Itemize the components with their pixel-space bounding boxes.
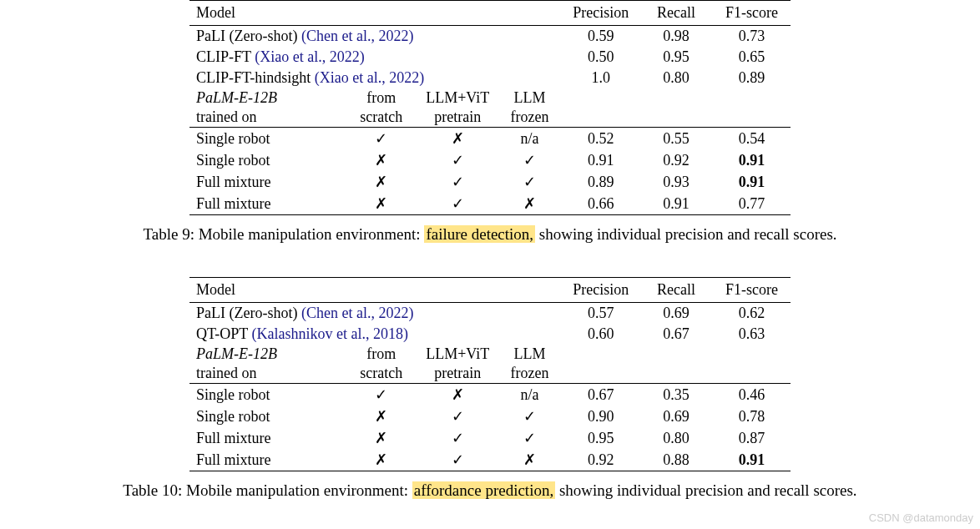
- cell-f1: 0.77: [713, 193, 791, 215]
- subcol-from: from: [345, 345, 418, 364]
- cell-precision: 0.50: [562, 47, 639, 68]
- cross-icon: ✗: [345, 193, 418, 215]
- subcol-llm: LLM: [498, 345, 562, 364]
- cell-f1: 0.91: [713, 171, 791, 193]
- citation-link[interactable]: (Xiao et al., 2022): [315, 69, 424, 86]
- cell-precision: 0.57: [562, 303, 639, 325]
- caption-suffix: showing individual precision and recall …: [535, 225, 836, 243]
- cell-f1: 0.46: [713, 384, 791, 406]
- baseline-name: CLIP-FT-hindsight: [196, 69, 315, 86]
- cell-precision: 0.91: [562, 149, 639, 171]
- subcol-llm: LLM: [498, 88, 562, 108]
- table-row: PaLI (Zero-shot) (Chen et al., 2022) 0.5…: [189, 26, 791, 48]
- cell-recall: 0.35: [639, 384, 713, 406]
- subcol-pretrain: pretrain: [418, 108, 498, 128]
- table-row: Single robot ✗ ✓ ✓ 0.90 0.69 0.78: [189, 406, 791, 427]
- row-label: Single robot: [189, 128, 345, 150]
- model-variant-name: PaLM-E-12B: [189, 345, 345, 364]
- cell-f1: 0.89: [713, 68, 791, 88]
- cell-f1: 0.91: [713, 449, 791, 471]
- trained-on-label: trained on: [189, 364, 345, 384]
- table-row: Full mixture ✗ ✓ ✓ 0.95 0.80 0.87: [189, 427, 791, 449]
- caption-highlight: failure detection,: [424, 225, 535, 243]
- table-row: Single robot ✓ ✗ n/a 0.67 0.35 0.46: [189, 384, 791, 406]
- citation-link[interactable]: (Kalashnikov et al., 2018): [252, 325, 408, 342]
- header-model: Model: [189, 1, 345, 26]
- table-row: CLIP-FT (Xiao et al., 2022) 0.50 0.95 0.…: [189, 47, 791, 68]
- row-label: Single robot: [189, 406, 345, 427]
- check-icon: ✓: [418, 149, 498, 171]
- cell-na: n/a: [498, 128, 562, 150]
- row-label: Full mixture: [189, 171, 345, 193]
- table-header-row: Model Precision Recall F1-score: [189, 1, 791, 26]
- cell-recall: 0.55: [639, 128, 713, 150]
- baseline-name: CLIP-FT: [196, 48, 255, 65]
- table-row: PaLI (Zero-shot) (Chen et al., 2022) 0.5…: [189, 303, 791, 325]
- cell-recall: 0.80: [639, 68, 713, 88]
- subcol-scratch: scratch: [345, 364, 418, 384]
- baseline-name: QT-OPT: [196, 325, 252, 342]
- caption-suffix: showing individual precision and recall …: [555, 481, 856, 499]
- citation-link[interactable]: (Chen et al., 2022): [301, 305, 413, 321]
- cell-recall: 0.93: [639, 171, 713, 193]
- baseline-name: PaLI (Zero-shot): [196, 28, 301, 44]
- cross-icon: ✗: [498, 193, 562, 215]
- cross-icon: ✗: [498, 449, 562, 471]
- table10-block: Model Precision Recall F1-score PaLI (Ze…: [123, 277, 856, 500]
- row-label: Full mixture: [189, 427, 345, 449]
- cell-recall: 0.98: [639, 26, 713, 48]
- row-label: Single robot: [189, 149, 345, 171]
- cell-recall: 0.91: [639, 193, 713, 215]
- cross-icon: ✗: [345, 449, 418, 471]
- cell-precision: 0.92: [562, 449, 639, 471]
- citation-link[interactable]: (Xiao et al., 2022): [255, 48, 364, 65]
- cell-na: n/a: [498, 384, 562, 406]
- cell-precision: 1.0: [562, 68, 639, 88]
- watermark: CSDN @datamonday: [869, 511, 973, 524]
- cell-recall: 0.80: [639, 427, 713, 449]
- cell-f1: 0.78: [713, 406, 791, 427]
- cell-precision: 0.66: [562, 193, 639, 215]
- row-label: Full mixture: [189, 193, 345, 215]
- table-row: Full mixture ✗ ✓ ✗ 0.92 0.88 0.91: [189, 449, 791, 471]
- header-f1: F1-score: [713, 1, 791, 26]
- cross-icon: ✗: [345, 427, 418, 449]
- table9: Model Precision Recall F1-score PaLI (Ze…: [189, 0, 791, 215]
- cell-f1: 0.73: [713, 26, 791, 48]
- row-label: Full mixture: [189, 449, 345, 471]
- check-icon: ✓: [498, 171, 562, 193]
- check-icon: ✓: [345, 128, 418, 150]
- cross-icon: ✗: [418, 128, 498, 150]
- table-row: Full mixture ✗ ✓ ✓ 0.89 0.93 0.91: [189, 171, 791, 193]
- cell-recall: 0.88: [639, 449, 713, 471]
- cell-f1: 0.62: [713, 303, 791, 325]
- cell-precision: 0.59: [562, 26, 639, 48]
- cell-precision: 0.89: [562, 171, 639, 193]
- header-recall: Recall: [639, 278, 713, 303]
- check-icon: ✓: [418, 171, 498, 193]
- cell-recall: 0.69: [639, 406, 713, 427]
- cell-precision: 0.90: [562, 406, 639, 427]
- subcol-frozen: frozen: [498, 108, 562, 128]
- header-f1: F1-score: [713, 278, 791, 303]
- table-row: Full mixture ✗ ✓ ✗ 0.66 0.91 0.77: [189, 193, 791, 215]
- cross-icon: ✗: [345, 406, 418, 427]
- check-icon: ✓: [498, 149, 562, 171]
- check-icon: ✓: [418, 427, 498, 449]
- header-model: Model: [189, 278, 345, 303]
- subcol-llmvit: LLM+ViT: [418, 88, 498, 108]
- subcol-from: from: [345, 88, 418, 108]
- baseline-name: PaLI (Zero-shot): [196, 305, 301, 321]
- cell-precision: 0.60: [562, 324, 639, 345]
- subheader-row: trained on scratch pretrain frozen: [189, 108, 791, 128]
- citation-link[interactable]: (Chen et al., 2022): [301, 28, 413, 44]
- row-label: Single robot: [189, 384, 345, 406]
- subcol-pretrain: pretrain: [418, 364, 498, 384]
- check-icon: ✓: [418, 193, 498, 215]
- cell-f1: 0.63: [713, 324, 791, 345]
- cell-f1: 0.65: [713, 47, 791, 68]
- subheader-row: PaLM-E-12B from LLM+ViT LLM: [189, 88, 791, 108]
- header-precision: Precision: [562, 278, 639, 303]
- subheader-row: trained on scratch pretrain frozen: [189, 364, 791, 384]
- table10: Model Precision Recall F1-score PaLI (Ze…: [189, 277, 791, 471]
